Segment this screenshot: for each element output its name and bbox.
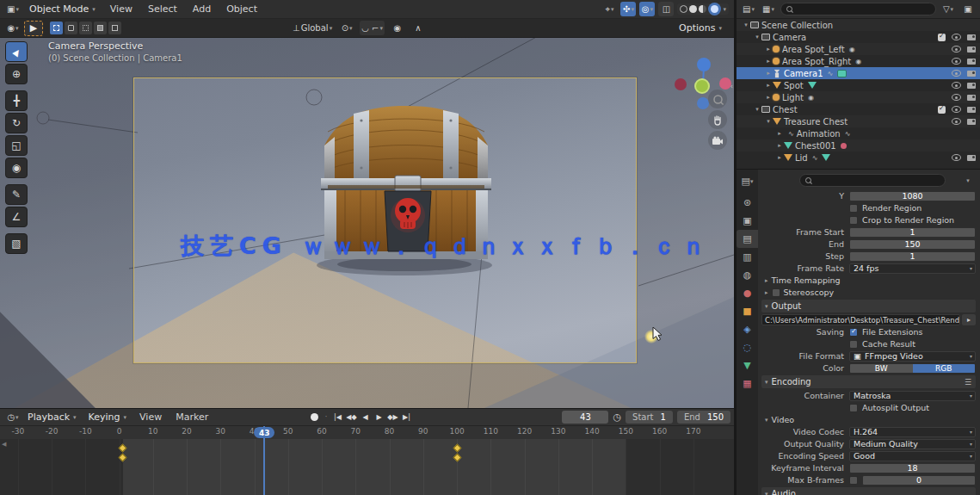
mode-dropdown[interactable]: Object Mode▾ bbox=[24, 2, 101, 16]
tab-modifiers[interactable]: ◈ bbox=[737, 320, 758, 338]
disable-render-icon[interactable] bbox=[967, 107, 976, 113]
disclosure-arrow[interactable]: ▸ bbox=[764, 82, 773, 89]
proportional-edit-icon[interactable]: ◉ bbox=[390, 21, 405, 35]
keyframe-diamond[interactable] bbox=[453, 444, 461, 453]
falloff-icon[interactable]: ∧ bbox=[410, 21, 426, 35]
outliner-search-input[interactable] bbox=[780, 3, 936, 15]
hide-viewport-eye-icon[interactable] bbox=[952, 70, 961, 77]
prev-keyframe-button[interactable]: ◀◆ bbox=[345, 411, 358, 424]
start-frame-field[interactable]: Start 1 bbox=[626, 411, 673, 424]
tool-settings-icon[interactable]: ◉▾ bbox=[5, 21, 21, 35]
jump-to-start-button[interactable]: |◀ bbox=[331, 411, 344, 424]
shading-options-caret[interactable]: ▾ bbox=[723, 6, 726, 13]
outliner-row-lid[interactable]: ▸Lid∿ bbox=[737, 152, 980, 164]
timeline-track[interactable]: ◀ bbox=[0, 439, 734, 495]
outliner-row-chest001[interactable]: ▸Chest001 bbox=[737, 139, 980, 152]
timeline-view-menu[interactable]: View bbox=[133, 410, 168, 424]
panel-header-encoding[interactable]: ▾Encoding☰ bbox=[761, 375, 976, 388]
auto-key-options[interactable]: · bbox=[324, 411, 329, 424]
measure-tool-button[interactable]: ∠ bbox=[5, 207, 28, 227]
outliner-row-area-spot-right[interactable]: ▸Area Spot_Right◉ bbox=[737, 55, 980, 67]
playhead-frame-pill[interactable]: 43 bbox=[254, 427, 274, 438]
value-slider[interactable]: 1080 bbox=[849, 191, 976, 201]
new-collection-icon[interactable]: ▣ bbox=[960, 2, 976, 16]
disclosure-arrow[interactable]: ▸ bbox=[764, 70, 773, 77]
outliner-row-animation[interactable]: ▸∿Animation∿ bbox=[737, 127, 980, 139]
xray-toggle-icon[interactable]: ◫ bbox=[658, 2, 674, 16]
play-button[interactable]: ▶ bbox=[373, 411, 385, 424]
segment-rgb[interactable]: RGB bbox=[913, 364, 976, 373]
camera-view-icon[interactable] bbox=[708, 131, 727, 150]
tab-tool[interactable]: ⊛ bbox=[737, 194, 758, 212]
pivot-point-dropdown[interactable]: ⊙▾ bbox=[339, 21, 354, 35]
preset-menu-icon[interactable]: ☰ bbox=[965, 378, 972, 387]
overlays-toggle-icon[interactable]: ◎▾ bbox=[639, 2, 655, 16]
timeline-editor-type-icon[interactable]: ◷▾ bbox=[5, 410, 21, 424]
checkbox[interactable] bbox=[849, 204, 858, 213]
select-mode-invert[interactable] bbox=[94, 22, 107, 34]
select-mode-subtract[interactable] bbox=[79, 22, 92, 34]
options-dropdown[interactable]: Options▾ bbox=[674, 21, 727, 35]
select-box-tool-button[interactable]: ▶ bbox=[5, 41, 28, 62]
disable-render-icon[interactable] bbox=[967, 155, 976, 161]
disclosure-arrow[interactable]: ▾ bbox=[742, 22, 750, 28]
properties-search-input[interactable] bbox=[799, 174, 946, 187]
shading-solid-icon[interactable] bbox=[689, 5, 697, 13]
play-reverse-button[interactable]: ◀ bbox=[359, 411, 372, 424]
dropdown-field[interactable]: H.264▾ bbox=[849, 427, 976, 437]
outliner-row-area-spot-left[interactable]: ▸Area Spot_Left◉ bbox=[737, 43, 980, 55]
value-slider[interactable]: 150 bbox=[849, 239, 976, 250]
hide-viewport-eye-icon[interactable] bbox=[952, 154, 961, 161]
exclude-checkbox[interactable] bbox=[938, 106, 946, 114]
value-slider[interactable]: 1 bbox=[849, 251, 976, 262]
checkbox[interactable] bbox=[849, 476, 858, 485]
properties-editor-type-icon[interactable]: ▤▾ bbox=[737, 172, 758, 190]
select-mode-extend[interactable] bbox=[65, 22, 77, 34]
properties-options-icon[interactable]: ▾ bbox=[960, 173, 976, 188]
tab-world[interactable]: ● bbox=[737, 284, 758, 302]
disable-render-icon[interactable] bbox=[967, 119, 976, 125]
hide-viewport-eye-icon[interactable] bbox=[952, 46, 961, 53]
dropdown-field[interactable]: Medium Quality▾ bbox=[849, 439, 976, 449]
collapsed-panel-stereoscopy[interactable]: ▸Stereoscopy bbox=[761, 287, 976, 298]
orientation-dropdown[interactable]: ⊥ Global▾ bbox=[291, 21, 334, 35]
disclosure-arrow[interactable]: ▾ bbox=[764, 118, 773, 125]
tab-material[interactable]: ▦ bbox=[737, 374, 758, 393]
disclosure-arrow[interactable]: ▸ bbox=[764, 58, 773, 65]
playback-menu[interactable]: Playback▾ bbox=[22, 410, 82, 424]
dropdown-field[interactable]: Good▾ bbox=[849, 451, 976, 461]
subpanel-video[interactable]: ▾Video bbox=[761, 414, 976, 425]
select-mode-set[interactable] bbox=[50, 22, 63, 34]
hide-viewport-eye-icon[interactable] bbox=[952, 94, 961, 101]
checkbox[interactable] bbox=[849, 404, 858, 412]
timeline-marker-menu[interactable]: Marker bbox=[169, 410, 214, 424]
rotate-tool-button[interactable]: ↻ bbox=[5, 113, 28, 133]
tab-physics[interactable]: ◌ bbox=[737, 338, 758, 356]
disclosure-arrow[interactable]: ▾ bbox=[753, 34, 761, 40]
jump-to-end-button[interactable]: ▶| bbox=[400, 411, 413, 424]
snap-group[interactable]: ◡ ⌐▾ bbox=[360, 21, 385, 35]
outliner-row-chest[interactable]: ▾Chest bbox=[737, 103, 980, 115]
camera-frame[interactable] bbox=[133, 77, 637, 363]
tab-object-data[interactable]: ▼ bbox=[737, 356, 758, 374]
hide-viewport-eye-icon[interactable] bbox=[952, 106, 961, 113]
cursor-tool-button[interactable]: ⊕ bbox=[5, 64, 28, 84]
area-divider[interactable] bbox=[734, 0, 737, 495]
output-path-field[interactable]: C:\Users\Administrator\Desktop\Treasure_… bbox=[761, 314, 960, 325]
disable-render-icon[interactable] bbox=[967, 46, 976, 53]
collapsed-panel-time-remapping[interactable]: ▸Time Remapping bbox=[761, 275, 976, 286]
panel-checkbox[interactable] bbox=[772, 288, 780, 297]
value-slider[interactable]: 18 bbox=[849, 463, 976, 473]
checkbox[interactable] bbox=[849, 328, 858, 337]
next-keyframe-button[interactable]: ◆▶ bbox=[386, 411, 399, 424]
outliner-row-treasure-chest[interactable]: ▾Treasure Chest bbox=[737, 115, 980, 127]
shading-wireframe-icon[interactable] bbox=[680, 5, 687, 13]
menu-select[interactable]: Select bbox=[142, 2, 183, 16]
shading-material-icon[interactable] bbox=[699, 5, 706, 13]
tab-output[interactable]: ▤ bbox=[737, 230, 758, 248]
outliner-row-camera[interactable]: ▾Camera bbox=[737, 31, 980, 43]
select-mode-intersect[interactable] bbox=[108, 22, 121, 34]
panel-header-output[interactable]: ▾Output bbox=[761, 300, 976, 312]
hide-viewport-eye-icon[interactable] bbox=[952, 58, 961, 65]
hide-viewport-eye-icon[interactable] bbox=[952, 82, 961, 89]
